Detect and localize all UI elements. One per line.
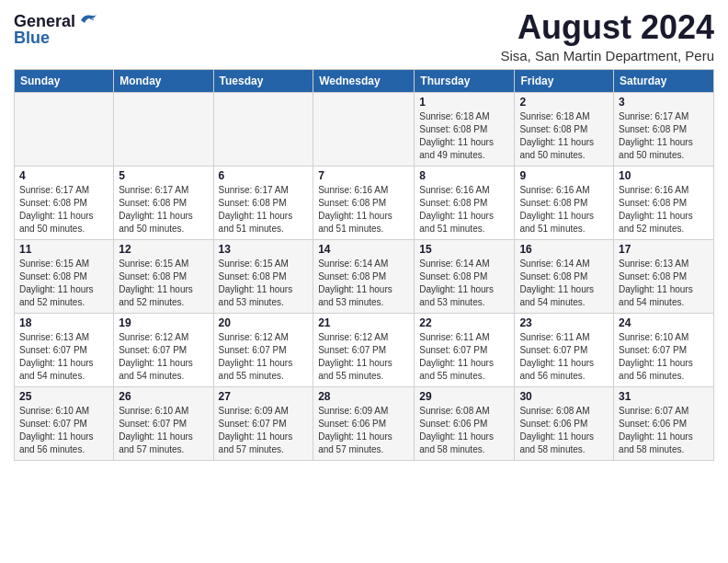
calendar-cell: 12Sunrise: 6:15 AM Sunset: 6:08 PM Dayli…: [114, 239, 213, 313]
page-header: General Blue August 2024 Sisa, San Marti…: [14, 9, 714, 63]
day-number: 13: [219, 243, 309, 256]
day-info: Sunrise: 6:09 AM Sunset: 6:06 PM Dayligh…: [318, 405, 409, 456]
day-number: 25: [19, 390, 108, 403]
calendar-cell: [213, 92, 313, 166]
logo-general-text: General: [14, 13, 75, 29]
day-info: Sunrise: 6:15 AM Sunset: 6:08 PM Dayligh…: [19, 258, 108, 309]
day-info: Sunrise: 6:15 AM Sunset: 6:08 PM Dayligh…: [119, 258, 208, 309]
calendar-cell: 25Sunrise: 6:10 AM Sunset: 6:07 PM Dayli…: [15, 386, 114, 460]
calendar-cell: 3Sunrise: 6:17 AM Sunset: 6:08 PM Daylig…: [614, 92, 714, 166]
calendar-week-row: 1Sunrise: 6:18 AM Sunset: 6:08 PM Daylig…: [15, 92, 714, 166]
calendar-cell: 9Sunrise: 6:16 AM Sunset: 6:08 PM Daylig…: [515, 166, 614, 239]
day-info: Sunrise: 6:10 AM Sunset: 6:07 PM Dayligh…: [19, 405, 108, 456]
day-info: Sunrise: 6:09 AM Sunset: 6:07 PM Dayligh…: [219, 405, 309, 456]
day-info: Sunrise: 6:13 AM Sunset: 6:07 PM Dayligh…: [19, 331, 108, 383]
calendar-cell: 18Sunrise: 6:13 AM Sunset: 6:07 PM Dayli…: [15, 313, 114, 386]
calendar-cell: 6Sunrise: 6:17 AM Sunset: 6:08 PM Daylig…: [213, 166, 313, 239]
calendar-cell: 26Sunrise: 6:10 AM Sunset: 6:07 PM Dayli…: [114, 386, 213, 460]
calendar-cell: [15, 92, 114, 166]
logo: General Blue: [14, 13, 97, 46]
day-number: 18: [19, 316, 108, 329]
calendar-cell: 14Sunrise: 6:14 AM Sunset: 6:08 PM Dayli…: [313, 239, 415, 313]
title-block: August 2024 Sisa, San Martin Department,…: [500, 9, 714, 63]
calendar-cell: 21Sunrise: 6:12 AM Sunset: 6:07 PM Dayli…: [313, 313, 415, 386]
day-info: Sunrise: 6:16 AM Sunset: 6:08 PM Dayligh…: [318, 184, 409, 236]
calendar-cell: 15Sunrise: 6:14 AM Sunset: 6:08 PM Dayli…: [415, 239, 515, 313]
day-info: Sunrise: 6:12 AM Sunset: 6:07 PM Dayligh…: [318, 331, 409, 383]
day-info: Sunrise: 6:11 AM Sunset: 6:07 PM Dayligh…: [419, 331, 509, 383]
weekday-header-friday: Friday: [515, 69, 614, 92]
day-number: 27: [219, 390, 309, 403]
day-number: 2: [519, 96, 609, 109]
day-info: Sunrise: 6:14 AM Sunset: 6:08 PM Dayligh…: [419, 258, 509, 309]
weekday-header-thursday: Thursday: [415, 69, 515, 92]
calendar-cell: 11Sunrise: 6:15 AM Sunset: 6:08 PM Dayli…: [15, 239, 114, 313]
day-info: Sunrise: 6:10 AM Sunset: 6:07 PM Dayligh…: [619, 331, 709, 383]
day-number: 15: [419, 243, 509, 256]
day-number: 4: [19, 169, 108, 182]
day-number: 19: [119, 316, 208, 329]
calendar-cell: 23Sunrise: 6:11 AM Sunset: 6:07 PM Dayli…: [515, 313, 614, 386]
day-info: Sunrise: 6:08 AM Sunset: 6:06 PM Dayligh…: [519, 405, 609, 456]
day-number: 23: [519, 316, 609, 329]
day-info: Sunrise: 6:14 AM Sunset: 6:08 PM Dayligh…: [318, 258, 409, 309]
day-number: 5: [119, 169, 208, 182]
day-number: 26: [119, 390, 208, 403]
weekday-header-monday: Monday: [114, 69, 213, 92]
day-info: Sunrise: 6:17 AM Sunset: 6:08 PM Dayligh…: [119, 184, 208, 236]
calendar-cell: 19Sunrise: 6:12 AM Sunset: 6:07 PM Dayli…: [114, 313, 213, 386]
day-info: Sunrise: 6:11 AM Sunset: 6:07 PM Dayligh…: [519, 331, 609, 383]
day-number: 21: [318, 316, 409, 329]
weekday-header-row: SundayMondayTuesdayWednesdayThursdayFrid…: [15, 69, 714, 92]
calendar-cell: 28Sunrise: 6:09 AM Sunset: 6:06 PM Dayli…: [313, 386, 415, 460]
day-number: 30: [519, 390, 609, 403]
day-info: Sunrise: 6:16 AM Sunset: 6:08 PM Dayligh…: [619, 184, 709, 236]
calendar-cell: 17Sunrise: 6:13 AM Sunset: 6:08 PM Dayli…: [614, 239, 714, 313]
day-number: 11: [19, 243, 108, 256]
day-number: 31: [619, 390, 709, 403]
weekday-header-tuesday: Tuesday: [213, 69, 313, 92]
day-number: 14: [318, 243, 409, 256]
day-info: Sunrise: 6:07 AM Sunset: 6:06 PM Dayligh…: [619, 405, 709, 456]
day-info: Sunrise: 6:08 AM Sunset: 6:06 PM Dayligh…: [419, 405, 509, 456]
day-number: 12: [119, 243, 208, 256]
day-info: Sunrise: 6:16 AM Sunset: 6:08 PM Dayligh…: [419, 184, 509, 236]
day-info: Sunrise: 6:13 AM Sunset: 6:08 PM Dayligh…: [619, 258, 709, 309]
day-number: 9: [519, 169, 609, 182]
day-number: 24: [619, 316, 709, 329]
day-number: 20: [219, 316, 309, 329]
calendar-week-row: 4Sunrise: 6:17 AM Sunset: 6:08 PM Daylig…: [15, 166, 714, 239]
calendar-cell: 29Sunrise: 6:08 AM Sunset: 6:06 PM Dayli…: [415, 386, 515, 460]
day-info: Sunrise: 6:10 AM Sunset: 6:07 PM Dayligh…: [119, 405, 208, 456]
weekday-header-saturday: Saturday: [614, 69, 714, 92]
day-info: Sunrise: 6:15 AM Sunset: 6:08 PM Dayligh…: [219, 258, 309, 309]
calendar-cell: 13Sunrise: 6:15 AM Sunset: 6:08 PM Dayli…: [213, 239, 313, 313]
calendar-cell: 24Sunrise: 6:10 AM Sunset: 6:07 PM Dayli…: [614, 313, 714, 386]
calendar-cell: 8Sunrise: 6:16 AM Sunset: 6:08 PM Daylig…: [415, 166, 515, 239]
day-info: Sunrise: 6:16 AM Sunset: 6:08 PM Dayligh…: [519, 184, 609, 236]
calendar-cell: 20Sunrise: 6:12 AM Sunset: 6:07 PM Dayli…: [213, 313, 313, 386]
calendar-cell: 30Sunrise: 6:08 AM Sunset: 6:06 PM Dayli…: [515, 386, 614, 460]
day-number: 6: [219, 169, 309, 182]
weekday-header-wednesday: Wednesday: [313, 69, 415, 92]
day-info: Sunrise: 6:14 AM Sunset: 6:08 PM Dayligh…: [519, 258, 609, 309]
day-number: 17: [619, 243, 709, 256]
weekday-header-sunday: Sunday: [15, 69, 114, 92]
calendar-cell: 27Sunrise: 6:09 AM Sunset: 6:07 PM Dayli…: [213, 386, 313, 460]
day-number: 28: [318, 390, 409, 403]
calendar-cell: 22Sunrise: 6:11 AM Sunset: 6:07 PM Dayli…: [415, 313, 515, 386]
calendar-cell: 16Sunrise: 6:14 AM Sunset: 6:08 PM Dayli…: [515, 239, 614, 313]
day-info: Sunrise: 6:17 AM Sunset: 6:08 PM Dayligh…: [219, 184, 309, 236]
calendar-week-row: 25Sunrise: 6:10 AM Sunset: 6:07 PM Dayli…: [15, 386, 714, 460]
month-year-title: August 2024: [500, 9, 714, 46]
logo-blue-text: Blue: [14, 29, 50, 46]
day-info: Sunrise: 6:18 AM Sunset: 6:08 PM Dayligh…: [419, 110, 509, 162]
location-subtitle: Sisa, San Martin Department, Peru: [500, 48, 714, 63]
day-number: 16: [519, 243, 609, 256]
day-number: 8: [419, 169, 509, 182]
calendar-week-row: 11Sunrise: 6:15 AM Sunset: 6:08 PM Dayli…: [15, 239, 714, 313]
day-info: Sunrise: 6:17 AM Sunset: 6:08 PM Dayligh…: [619, 110, 709, 162]
calendar-cell: 4Sunrise: 6:17 AM Sunset: 6:08 PM Daylig…: [15, 166, 114, 239]
day-info: Sunrise: 6:17 AM Sunset: 6:08 PM Dayligh…: [19, 184, 108, 236]
logo-bird-icon: [77, 12, 97, 29]
